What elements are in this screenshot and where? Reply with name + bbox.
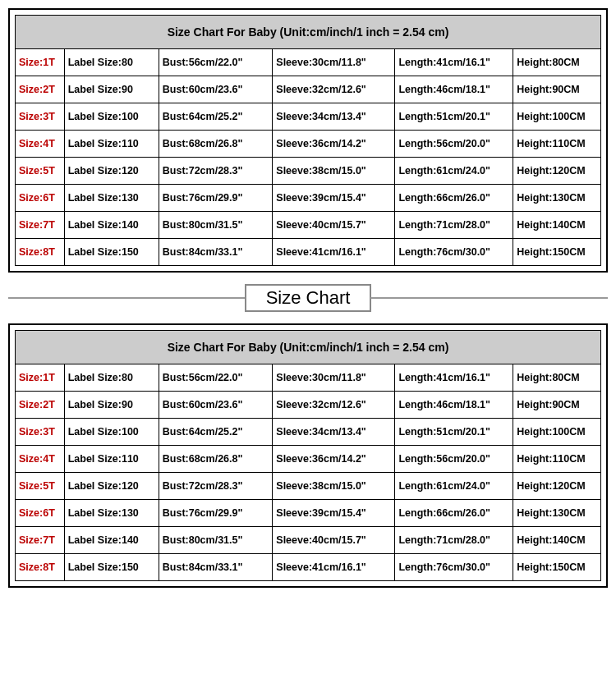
bust-cell: Bust:64cm/25.2"	[159, 419, 273, 446]
size-cell: Size:2T	[16, 76, 65, 103]
length-cell: Length:66cm/26.0"	[395, 500, 513, 527]
size-cell: Size:6T	[16, 185, 65, 212]
height-cell: Height:120CM	[513, 473, 601, 500]
length-cell: Length:51cm/20.1"	[395, 103, 513, 131]
length-cell: Length:61cm/24.0"	[395, 158, 513, 185]
size-cell: Size:4T	[16, 446, 65, 473]
sleeve-cell: Sleeve:39cm/15.4"	[273, 500, 395, 527]
bust-cell: Bust:68cm/26.8"	[159, 131, 273, 158]
label-cell: Label Size:130	[64, 185, 159, 212]
label-cell: Label Size:120	[64, 473, 159, 500]
size-cell: Size:3T	[16, 419, 65, 446]
table-row: Size:1TLabel Size:80Bust:56cm/22.0"Sleev…	[16, 49, 601, 76]
size-cell: Size:1T	[16, 49, 65, 76]
height-cell: Height:130CM	[513, 500, 601, 527]
bust-cell: Bust:72cm/28.3"	[159, 473, 273, 500]
sleeve-cell: Sleeve:36cm/14.2"	[273, 446, 395, 473]
table-row: Size:5TLabel Size:120Bust:72cm/28.3"Slee…	[16, 473, 601, 500]
bust-cell: Bust:56cm/22.0"	[159, 364, 273, 392]
size-cell: Size:6T	[16, 500, 65, 527]
bust-cell: Bust:80cm/31.5"	[159, 212, 273, 239]
sleeve-cell: Sleeve:36cm/14.2"	[273, 131, 395, 158]
table-row: Size:8TLabel Size:150Bust:84cm/33.1"Slee…	[16, 239, 601, 266]
sleeve-cell: Sleeve:39cm/15.4"	[273, 185, 395, 212]
label-cell: Label Size:100	[64, 419, 159, 446]
bust-cell: Bust:68cm/26.8"	[159, 446, 273, 473]
table-row: Size:4TLabel Size:110Bust:68cm/26.8"Slee…	[16, 446, 601, 473]
bust-cell: Bust:60cm/23.6"	[159, 76, 273, 103]
bust-cell: Bust:84cm/33.1"	[159, 554, 273, 581]
label-cell: Label Size:140	[64, 212, 159, 239]
length-cell: Length:46cm/18.1"	[395, 76, 513, 103]
size-cell: Size:2T	[16, 392, 65, 419]
sleeve-cell: Sleeve:30cm/11.8"	[273, 49, 395, 76]
sleeve-cell: Sleeve:38cm/15.0"	[273, 473, 395, 500]
divider-label: Size Chart	[245, 284, 372, 312]
table-row: Size:2TLabel Size:90Bust:60cm/23.6"Sleev…	[16, 392, 601, 419]
height-cell: Height:140CM	[513, 212, 601, 239]
table-2-header: Size Chart For Baby (Unit:cm/inch/1 inch…	[16, 331, 601, 364]
bust-cell: Bust:64cm/25.2"	[159, 103, 273, 131]
table-row: Size:2TLabel Size:90Bust:60cm/23.6"Sleev…	[16, 76, 601, 103]
bust-cell: Bust:56cm/22.0"	[159, 49, 273, 76]
sleeve-cell: Sleeve:32cm/12.6"	[273, 76, 395, 103]
height-cell: Height:130CM	[513, 185, 601, 212]
size-cell: Size:7T	[16, 212, 65, 239]
label-cell: Label Size:80	[64, 364, 159, 392]
sleeve-cell: Sleeve:30cm/11.8"	[273, 364, 395, 392]
table-1-header: Size Chart For Baby (Unit:cm/inch/1 inch…	[16, 16, 601, 49]
divider-line-left	[8, 297, 246, 299]
table-row: Size:7TLabel Size:140Bust:80cm/31.5"Slee…	[16, 527, 601, 554]
sleeve-cell: Sleeve:38cm/15.0"	[273, 158, 395, 185]
size-cell: Size:5T	[16, 158, 65, 185]
table-row: Size:4TLabel Size:110Bust:68cm/26.8"Slee…	[16, 131, 601, 158]
bust-cell: Bust:84cm/33.1"	[159, 239, 273, 266]
sleeve-cell: Sleeve:40cm/15.7"	[273, 212, 395, 239]
label-cell: Label Size:150	[64, 239, 159, 266]
length-cell: Length:46cm/18.1"	[395, 392, 513, 419]
label-cell: Label Size:80	[64, 49, 159, 76]
bust-cell: Bust:60cm/23.6"	[159, 392, 273, 419]
size-cell: Size:8T	[16, 554, 65, 581]
label-cell: Label Size:90	[64, 392, 159, 419]
bust-cell: Bust:76cm/29.9"	[159, 500, 273, 527]
label-cell: Label Size:110	[64, 446, 159, 473]
divider: Size Chart	[8, 284, 608, 312]
height-cell: Height:80CM	[513, 364, 601, 392]
height-cell: Height:80CM	[513, 49, 601, 76]
length-cell: Length:41cm/16.1"	[395, 364, 513, 392]
height-cell: Height:150CM	[513, 554, 601, 581]
height-cell: Height:110CM	[513, 131, 601, 158]
table-row: Size:1TLabel Size:80Bust:56cm/22.0"Sleev…	[16, 364, 601, 392]
size-cell: Size:4T	[16, 131, 65, 158]
bust-cell: Bust:80cm/31.5"	[159, 527, 273, 554]
label-cell: Label Size:140	[64, 527, 159, 554]
sleeve-cell: Sleeve:34cm/13.4"	[273, 419, 395, 446]
size-cell: Size:1T	[16, 364, 65, 392]
label-cell: Label Size:150	[64, 554, 159, 581]
table-row: Size:8TLabel Size:150Bust:84cm/33.1"Slee…	[16, 554, 601, 581]
sleeve-cell: Sleeve:40cm/15.7"	[273, 527, 395, 554]
bust-cell: Bust:72cm/28.3"	[159, 158, 273, 185]
label-cell: Label Size:100	[64, 103, 159, 131]
height-cell: Height:120CM	[513, 158, 601, 185]
table-row: Size:7TLabel Size:140Bust:80cm/31.5"Slee…	[16, 212, 601, 239]
sleeve-cell: Sleeve:41cm/16.1"	[273, 239, 395, 266]
height-cell: Height:150CM	[513, 239, 601, 266]
label-cell: Label Size:110	[64, 131, 159, 158]
length-cell: Length:71cm/28.0"	[395, 527, 513, 554]
height-cell: Height:100CM	[513, 103, 601, 131]
table-row: Size:3TLabel Size:100Bust:64cm/25.2"Slee…	[16, 103, 601, 131]
length-cell: Length:61cm/24.0"	[395, 473, 513, 500]
length-cell: Length:66cm/26.0"	[395, 185, 513, 212]
table-2-body: Size:1TLabel Size:80Bust:56cm/22.0"Sleev…	[16, 364, 601, 581]
size-cell: Size:3T	[16, 103, 65, 131]
sleeve-cell: Sleeve:41cm/16.1"	[273, 554, 395, 581]
length-cell: Length:71cm/28.0"	[395, 212, 513, 239]
size-table-2: Size Chart For Baby (Unit:cm/inch/1 inch…	[15, 330, 601, 581]
height-cell: Height:110CM	[513, 446, 601, 473]
bust-cell: Bust:76cm/29.9"	[159, 185, 273, 212]
length-cell: Length:56cm/20.0"	[395, 131, 513, 158]
sleeve-cell: Sleeve:32cm/12.6"	[273, 392, 395, 419]
height-cell: Height:90CM	[513, 392, 601, 419]
